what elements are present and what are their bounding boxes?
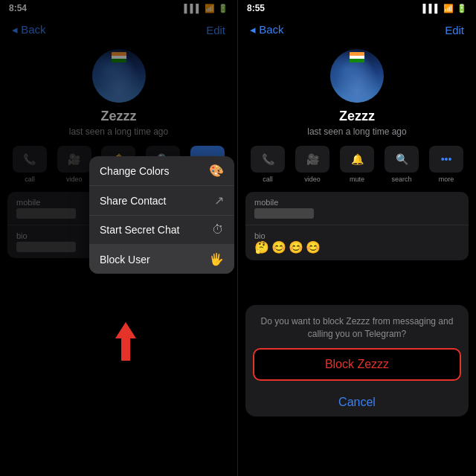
call-button-right[interactable]: 📞 call: [248, 146, 287, 183]
mobile-label-right: mobile: [254, 198, 460, 207]
secret-chat-icon: ⏱: [212, 223, 224, 237]
more-icon-right: •••: [429, 146, 463, 173]
status-icons-right: ▌▌▌ 📶 🔋: [423, 4, 467, 13]
mute-button-right[interactable]: 🔔 mute: [338, 146, 376, 183]
profile-status-right: last seen a long time ago: [307, 126, 406, 137]
menu-block-user-label: Block User: [100, 254, 150, 266]
menu-share-contact-label: Share Contact: [100, 195, 167, 207]
arrow-up-icon: [115, 322, 136, 338]
profile-section-right: Zezzz last seen a long time ago: [238, 43, 476, 146]
video-button-right[interactable]: 🎥 video: [293, 146, 332, 183]
more-button-right[interactable]: ••• more: [427, 146, 466, 183]
change-colors-icon: 🎨: [209, 164, 224, 178]
block-user-icon: 🖐: [209, 252, 224, 266]
arrow-shaft: [121, 338, 130, 361]
wifi-icon-right: 📶: [443, 4, 454, 13]
edit-button-right[interactable]: Edit: [445, 24, 464, 36]
profile-name-right: Zezzz: [339, 109, 375, 124]
block-dialog: Do you want to block Zezzz from messagin…: [245, 305, 469, 416]
menu-change-colors-label: Change Colors: [100, 165, 169, 177]
flag-icon-right: [350, 52, 364, 62]
mute-icon-right: 🔔: [340, 146, 374, 173]
block-confirm-button[interactable]: Block Zezzz: [253, 348, 461, 381]
context-menu: Change Colors 🎨 Share Contact ↗ Start Se…: [89, 156, 234, 274]
nav-bar-right: ◂ Back Edit: [238, 16, 476, 43]
more-label-right: more: [439, 176, 454, 183]
block-cancel-button[interactable]: Cancel: [245, 388, 469, 416]
back-button-right[interactable]: ◂ Back: [250, 23, 284, 36]
left-panel: 8:54 ▌▌▌ 📶 🔋 ◂ Back Edit Zezzz last seen…: [0, 0, 238, 476]
share-contact-icon: ↗: [214, 193, 224, 208]
status-bar-right: 8:55 ▌▌▌ 📶 🔋: [238, 0, 476, 16]
info-section-right: mobile bio 🤔 😊 😊 😊: [245, 192, 469, 260]
mute-label-right: mute: [350, 176, 364, 183]
avatar-right: [330, 49, 384, 103]
emoji-2: 😊: [271, 240, 286, 254]
right-panel: 8:55 ▌▌▌ 📶 🔋 ◂ Back Edit Zezzz last seen…: [238, 0, 476, 476]
mobile-row-right: mobile: [245, 192, 469, 225]
bio-row-right: bio 🤔 😊 😊 😊: [245, 225, 469, 260]
mobile-value-right: [254, 208, 314, 219]
menu-item-block-user[interactable]: Block User 🖐: [89, 245, 234, 274]
search-button-right[interactable]: 🔍 search: [382, 146, 421, 183]
search-label-right: search: [391, 176, 411, 183]
bio-label-right: bio: [254, 231, 460, 240]
emoji-1: 🤔: [254, 240, 269, 254]
call-icon-right: 📞: [251, 146, 285, 173]
video-icon-right: 🎥: [295, 146, 329, 173]
signal-icon-right: ▌▌▌: [423, 4, 440, 13]
emoji-3: 😊: [289, 240, 303, 254]
video-label-right: video: [304, 176, 321, 183]
menu-item-start-secret-chat[interactable]: Start Secret Chat ⏱: [89, 216, 234, 245]
arrow-indicator: [115, 322, 136, 361]
block-dialog-text: Do you want to block Zezzz from messagin…: [245, 305, 469, 348]
call-label-right: call: [263, 176, 273, 183]
time-right: 8:55: [247, 3, 265, 13]
action-row-right: 📞 call 🎥 video 🔔 mute 🔍 search ••• more: [238, 146, 476, 183]
bio-emoji-row: 🤔 😊 😊 😊: [254, 240, 460, 254]
search-icon-right: 🔍: [385, 146, 419, 173]
battery-icon-right: 🔋: [457, 4, 467, 13]
emoji-4: 😊: [306, 240, 321, 254]
menu-start-secret-label: Start Secret Chat: [100, 224, 179, 236]
menu-item-share-contact[interactable]: Share Contact ↗: [89, 186, 234, 216]
menu-item-change-colors[interactable]: Change Colors 🎨: [89, 156, 234, 186]
block-confirm-label: Block Zezzz: [325, 358, 389, 370]
block-cancel-label: Cancel: [338, 396, 376, 408]
